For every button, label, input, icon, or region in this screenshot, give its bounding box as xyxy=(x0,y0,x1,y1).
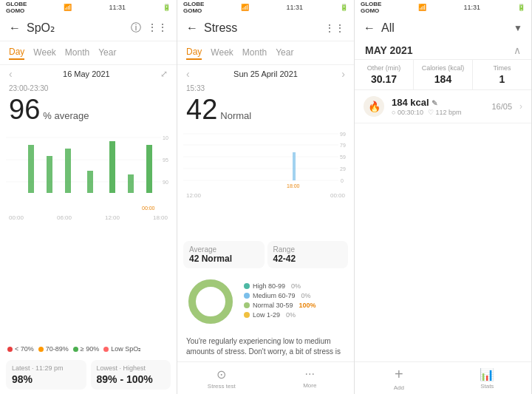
stress-donut xyxy=(185,276,236,327)
svg-text:95%: 95% xyxy=(163,157,168,163)
heart-rate: ♡ 112 bpm xyxy=(428,109,462,116)
stress-panel: GLOBEGOMO 📶 11:31 🔋 ← Stress ⋮⋮ Day Week… xyxy=(177,0,355,394)
back-button-all[interactable]: ← xyxy=(364,21,375,35)
range-label: Range xyxy=(273,245,343,254)
tab-week-stress[interactable]: Week xyxy=(211,47,233,59)
stress-number: 42 xyxy=(186,94,217,126)
avg-value: 42 Normal xyxy=(189,254,259,264)
nav-add-label: Add xyxy=(394,384,404,391)
header-icons-stress: ⋮⋮ xyxy=(324,22,345,34)
battery-spo2: 🔋 xyxy=(163,4,171,11)
svg-text:0: 0 xyxy=(341,178,344,183)
activity-icon: 🔥 xyxy=(364,96,384,117)
svg-rect-6 xyxy=(28,145,34,193)
spo2-time-range: 23:00-23:30 xyxy=(9,84,168,92)
tab-year-stress[interactable]: Year xyxy=(276,47,293,59)
stat-latest: Latest · 11:29 pm 98% xyxy=(6,360,86,390)
stat-range-value: 89% - 100% xyxy=(97,373,166,385)
stress-title: Stress xyxy=(204,21,324,35)
stress-date: Sun 25 April 2021 xyxy=(233,69,298,78)
legend-lt70: < 70% xyxy=(7,345,34,353)
info-icon-spo2[interactable]: ⓘ xyxy=(131,21,141,35)
nav-stress-test-label: Stress test xyxy=(208,383,236,390)
spo2-legend: < 70% 70-89% ≥ 90% Low SpO₂ xyxy=(0,342,177,356)
svg-text:79: 79 xyxy=(340,143,346,148)
stress-range-box: Range 42-42 xyxy=(267,241,349,268)
nav-stats[interactable]: 📊 Stats xyxy=(443,362,532,394)
all-title: All xyxy=(381,21,514,35)
time-all: 11:31 xyxy=(463,4,480,11)
tab-month-spo2[interactable]: Month xyxy=(65,47,89,59)
svg-rect-12 xyxy=(146,145,152,193)
nav-more-stress[interactable]: ··· More xyxy=(266,362,355,394)
stat-range-label: Lowest · Highest xyxy=(97,364,166,372)
nav-more-label: More xyxy=(303,382,316,389)
legend-high: High 80-99 0% xyxy=(244,282,316,290)
spo2-title: SpO₂ xyxy=(27,21,131,35)
carrier-all: GLOBEGOMO xyxy=(361,1,381,14)
svg-rect-11 xyxy=(128,174,134,193)
stress-tabs: Day Week Month Year xyxy=(177,41,354,65)
metric-times-name: Times xyxy=(479,64,525,72)
month-row: MAY 2021 ∧ xyxy=(355,41,531,59)
tab-day-stress[interactable]: Day xyxy=(186,47,202,60)
legend-normal: Normal 30-59 100% xyxy=(244,302,316,309)
status-bar-stress: GLOBEGOMO 📶 11:31 🔋 xyxy=(177,0,354,15)
prev-date-stress[interactable]: ‹ xyxy=(186,68,190,80)
prev-date-spo2[interactable]: ‹ xyxy=(9,68,13,80)
status-bar-all: GLOBEGOMO 📶 11:31 🔋 xyxy=(355,0,531,15)
stress-big-number: 42 Normal xyxy=(186,94,345,126)
tab-day-spo2[interactable]: Day xyxy=(9,47,24,60)
stress-donut-section: High 80-99 0% Medium 60-79 0% Normal 30-… xyxy=(177,271,354,332)
svg-text:99: 99 xyxy=(340,132,346,137)
stress-unit: Normal xyxy=(220,110,251,121)
grid-icon-spo2[interactable]: ⋮⋮ xyxy=(147,21,168,35)
stress-summary: Average 42 Normal Range 42-42 xyxy=(177,238,354,271)
spo2-value-section: 23:00-23:30 96 % average xyxy=(0,83,177,130)
range-value: 42-42 xyxy=(273,254,343,264)
stress-chart-area: 99 79 59 29 0 18:00 12:00 00:00 xyxy=(177,130,354,238)
nav-add[interactable]: + Add xyxy=(355,362,443,394)
activity-details: ○ 00:30:10 ♡ 112 bpm xyxy=(392,109,484,116)
stress-value-section: 15:33 42 Normal xyxy=(177,83,354,130)
back-button-spo2[interactable]: ← xyxy=(9,21,21,35)
stress-info-text: You're regularly experiencing low to med… xyxy=(177,332,354,361)
dropdown-icon-all[interactable]: ▼ xyxy=(514,23,522,33)
tab-month-stress[interactable]: Month xyxy=(242,47,267,59)
stress-legend-list: High 80-99 0% Medium 60-79 0% Normal 30-… xyxy=(244,282,316,321)
activity-item[interactable]: 🔥 184 kcal ✎ ○ 00:30:10 ♡ 112 bpm 16/05 … xyxy=(355,90,531,123)
back-button-stress[interactable]: ← xyxy=(186,21,198,35)
stat-latest-value: 98% xyxy=(12,373,81,385)
stress-average-box: Average 42 Normal xyxy=(183,241,265,268)
svg-text:18:00: 18:00 xyxy=(287,183,300,188)
stress-chart-svg: 99 79 59 29 0 18:00 xyxy=(183,130,346,189)
all-spacer xyxy=(355,123,531,361)
signal-stress: 📶 xyxy=(241,4,249,11)
nav-stats-label: Stats xyxy=(480,383,494,390)
collapse-icon[interactable]: ∧ xyxy=(514,44,521,56)
legend-low-spo2: Low SpO₂ xyxy=(103,345,141,353)
next-date-stress[interactable]: › xyxy=(341,68,345,80)
all-bottom-nav: + Add 📊 Stats xyxy=(355,361,531,394)
grid-icon-stress[interactable]: ⋮⋮ xyxy=(324,22,345,34)
time-spo2: 11:31 xyxy=(109,4,126,11)
tab-year-spo2[interactable]: Year xyxy=(98,47,116,59)
legend-ge90: ≥ 90% xyxy=(73,345,99,353)
expand-icon-spo2[interactable]: ⤢ xyxy=(160,69,168,79)
tab-week-spo2[interactable]: Week xyxy=(33,47,55,59)
stress-date-row: ‹ Sun 25 April 2021 › xyxy=(177,65,354,83)
metric-times-value: 1 xyxy=(479,73,525,85)
spo2-stats: Latest · 11:29 pm 98% Lowest · Highest 8… xyxy=(0,356,177,394)
legend-medium: Medium 60-79 0% xyxy=(244,292,316,299)
svg-rect-7 xyxy=(47,156,52,193)
activity-calories: 184 kcal ✎ xyxy=(392,97,484,108)
metrics-row: Other (min) 30.17 Calories (kcal) 184 Ti… xyxy=(355,59,531,90)
add-icon: + xyxy=(395,366,403,383)
spo2-chart-svg: 100% 95% 90% 00:00 xyxy=(6,130,168,211)
nav-stress-test[interactable]: ⊙ Stress test xyxy=(177,362,266,394)
svg-rect-8 xyxy=(65,149,71,193)
duration: ○ 00:30:10 xyxy=(392,109,423,116)
stat-latest-label: Latest · 11:29 pm xyxy=(12,364,81,372)
svg-text:90%: 90% xyxy=(163,180,168,185)
stress-test-icon: ⊙ xyxy=(216,367,226,381)
